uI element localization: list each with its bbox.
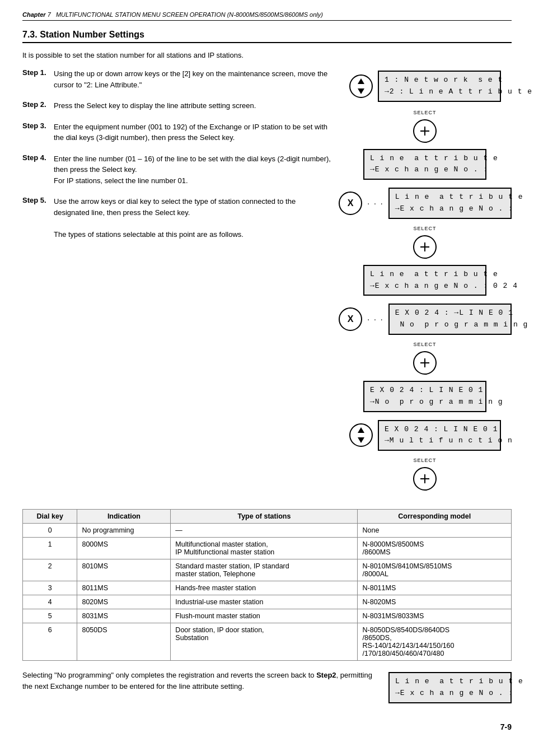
- step-4-label: Step 4.: [22, 153, 50, 162]
- station-table: Dial key Indication Type of stations Cor…: [22, 509, 512, 661]
- step-5-label: Step 5.: [22, 196, 50, 204]
- steps-column: Step 1. Using the up or down arrow keys …: [22, 68, 332, 498]
- dial-key-icon-1: X: [338, 191, 363, 216]
- chapter-num: 7: [48, 11, 51, 18]
- dots-1: · · ·: [367, 199, 383, 208]
- step3-diagram-row: X · · · L i n e a t t r i b u t e →E x c…: [338, 185, 511, 221]
- step-3-text: Enter the equipment number (001 to 192) …: [54, 122, 332, 143]
- arrow-key-icon: [349, 74, 373, 99]
- row3-type: Hands-free master station: [171, 581, 358, 595]
- row3-indication: 8011MS: [77, 581, 171, 595]
- row6-indication: 8050DS: [77, 623, 171, 661]
- row2-dialkey: 2: [23, 559, 77, 581]
- table-header-dialkey: Dial key: [23, 510, 77, 524]
- screen-5a: E X 0 2 4 : L I N E 0 1 →M u l t i f u n…: [378, 420, 501, 451]
- step4-diagram: X · · · E X 0 2 4 : →L I N E 0 1 N o p r…: [338, 301, 511, 414]
- step3-diagram: X · · · L i n e a t t r i b u t e →E x c…: [338, 185, 511, 298]
- intro-text: It is possible to set the station number…: [22, 51, 512, 59]
- row1-model: N-8000MS/8500MS/8600MS: [358, 538, 512, 559]
- select-label-4: SELECT: [413, 458, 437, 463]
- section-title: 7.3. Station Number Settings: [22, 30, 512, 43]
- row5-dialkey: 5: [23, 609, 77, 623]
- step4-diagram-row: X · · · E X 0 2 4 : →L I N E 0 1 N o p r…: [338, 301, 511, 337]
- table-row: 4 8020MS Industrial-use master station N…: [23, 595, 512, 609]
- row0-indication: No programming: [77, 524, 171, 538]
- select-key-icon-4: [413, 466, 437, 491]
- page-number: 7-9: [22, 722, 512, 731]
- svg-text:X: X: [348, 198, 354, 208]
- screen-3a: L i n e a t t r i b u t e →E x c h a n g…: [388, 188, 512, 219]
- screen-4b: E X 0 2 4 : L I N E 0 1 →N o p r o g r a…: [363, 381, 486, 412]
- step1-diagram-row: 1 : N e t w o r k s e t →2 : L i n e A t…: [349, 68, 501, 104]
- step-2-label: Step 2.: [22, 100, 50, 109]
- svg-marker-2: [358, 88, 364, 94]
- step1-diagram: 1 : N e t w o r k s e t →2 : L i n e A t…: [349, 68, 501, 106]
- select-label-3: SELECT: [413, 342, 437, 347]
- step-1-block: Step 1. Using the up or down arrow keys …: [22, 68, 332, 90]
- row0-dialkey: 0: [23, 524, 77, 538]
- step-4-block: Step 4. Enter the line number (01 – 16) …: [22, 153, 332, 186]
- row2-type: Standard master station, IP standardmast…: [171, 559, 358, 581]
- step-3-label: Step 3.: [22, 122, 50, 130]
- row5-type: Flush-mount master station: [171, 609, 358, 623]
- row2-model: N-8010MS/8410MS/8510MS/8000AL: [358, 559, 512, 581]
- step-2-text: Press the Select key to display the line…: [54, 100, 332, 111]
- step-1-label: Step 1.: [22, 68, 50, 77]
- screen-2: L i n e a t t r i b u t e →E x c h a n g…: [363, 149, 486, 180]
- row2-indication: 8010MS: [77, 559, 171, 581]
- bottom-text: Selecting "No programming" only complete…: [22, 670, 377, 692]
- table-header-type: Type of stations: [171, 510, 358, 524]
- select-label-1: SELECT: [413, 110, 436, 115]
- table-row: 5 8031MS Flush-mount master station N-80…: [23, 609, 512, 623]
- table-row: 1 8000MS Multifunctional master station,…: [23, 538, 512, 559]
- row1-type: Multifunctional master station,IP Multif…: [171, 538, 358, 559]
- bottom-area: Selecting "No programming" only complete…: [22, 670, 512, 706]
- step5-diagram-row: E X 0 2 4 : L I N E 0 1 →M u l t i f u n…: [349, 418, 501, 454]
- dots-2: · · ·: [367, 315, 383, 324]
- row5-indication: 8031MS: [77, 609, 171, 623]
- step-2-block: Step 2. Press the Select key to display …: [22, 100, 332, 111]
- row4-indication: 8020MS: [77, 595, 171, 609]
- row4-model: N-8020MS: [358, 595, 512, 609]
- row6-dialkey: 6: [23, 623, 77, 661]
- step-4-text: Enter the line number (01 – 16) of the l…: [54, 153, 332, 186]
- step2-diagram: SELECT L i n e a t t r i b u t e →E x c …: [363, 110, 486, 183]
- table-header-indication: Indication: [77, 510, 171, 524]
- row1-indication: 8000MS: [77, 538, 171, 559]
- row0-type: —: [171, 524, 358, 538]
- table-row: 0 No programming — None: [23, 524, 512, 538]
- diagrams-column: 1 : N e t w o r k s e t →2 : L i n e A t…: [338, 68, 512, 498]
- svg-text:X: X: [348, 314, 354, 324]
- row6-model: N-8050DS/8540DS/8640DS/8650DS,RS-140/142…: [358, 623, 512, 661]
- screen-1: 1 : N e t w o r k s e t →2 : L i n e A t…: [378, 71, 501, 102]
- svg-marker-17: [358, 427, 364, 433]
- table-row: 3 8011MS Hands-free master station N-801…: [23, 581, 512, 595]
- content-area: Step 1. Using the up or down arrow keys …: [22, 68, 512, 498]
- screen-bottom: L i n e a t t r i b u t e →E x c h a n g…: [388, 672, 512, 703]
- dial-key-icon-2: X: [338, 307, 363, 332]
- table-row: 6 8050DS Door station, IP door station,S…: [23, 623, 512, 661]
- step-5-text: Use the arrow keys or dial key to select…: [54, 196, 332, 240]
- arrow-key-icon-2: [349, 423, 373, 447]
- row5-model: N-8031MS/8033MS: [358, 609, 512, 623]
- screen-3b: L i n e a t t r i b u t e →E x c h a n g…: [363, 265, 486, 296]
- row4-dialkey: 4: [23, 595, 77, 609]
- bottom-lcd: L i n e a t t r i b u t e →E x c h a n g…: [388, 670, 512, 706]
- row3-dialkey: 3: [23, 581, 77, 595]
- row3-model: N-8011MS: [358, 581, 512, 595]
- svg-marker-18: [358, 437, 364, 443]
- select-label-2: SELECT: [413, 226, 437, 231]
- row6-type: Door station, IP door station,Substation: [171, 623, 358, 661]
- step-3-block: Step 3. Enter the equipment number (001 …: [22, 122, 332, 143]
- select-key-icon-1: [413, 119, 437, 143]
- step-5-block: Step 5. Use the arrow keys or dial key t…: [22, 196, 332, 240]
- chapter-title: MULTIFUNCTIONAL STATION MENU SCREEN OPER…: [56, 11, 323, 18]
- table-row: 2 8010MS Standard master station, IP sta…: [23, 559, 512, 581]
- svg-marker-1: [358, 78, 364, 84]
- select-key-icon-3: [413, 351, 437, 375]
- screen-4a: E X 0 2 4 : →L I N E 0 1 N o p r o g r a…: [388, 304, 512, 335]
- chapter-word: Chapter: [22, 11, 46, 18]
- step-1-text: Using the up or down arrow keys or the […: [54, 68, 332, 90]
- select-key-icon-2: [413, 235, 437, 259]
- chapter-header: Chapter 7 MULTIFUNCTIONAL STATION MENU S…: [22, 11, 512, 21]
